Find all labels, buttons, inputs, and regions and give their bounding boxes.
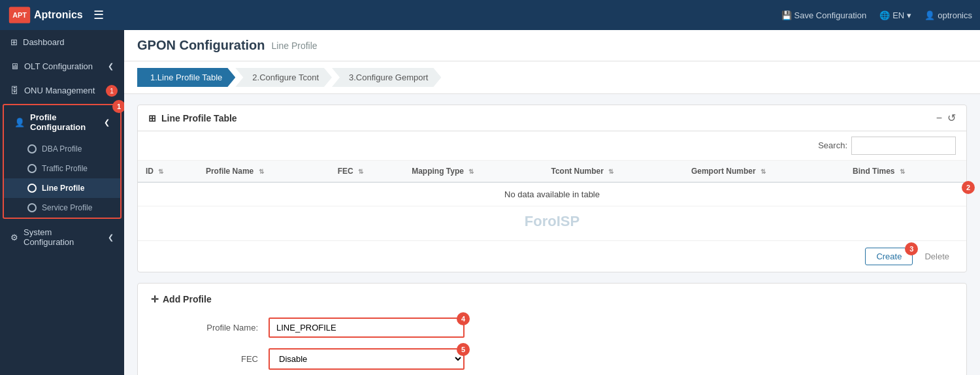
steps-bar: 1.Line Profile Table 2.Configure Tcont 3… (124, 61, 980, 94)
col-tcont-number: Tcont Number ⇅ (543, 161, 683, 182)
col-id: ID ⇅ (138, 161, 198, 182)
search-label: Search: (818, 137, 847, 155)
sidebar-item-system-config[interactable]: ⚙ System Configuration ❮ (0, 220, 124, 254)
circle-icon (27, 203, 37, 212)
circle-icon (27, 184, 37, 193)
table-header: ⊞ Line Profile Table − ↺ (138, 105, 966, 131)
server-icon: 🗄 (10, 86, 19, 95)
navbar-actions: 💾 Save Configuration 🌐 EN ▾ 👤 optronics (781, 10, 972, 20)
settings-icon: ⚙ (10, 233, 18, 242)
minimize-button[interactable]: − (936, 112, 942, 124)
table-row-no-data: No data available in table (138, 182, 966, 206)
circle-icon (27, 144, 37, 154)
language-selector[interactable]: 🌐 EN ▾ (879, 10, 911, 20)
navbar: APT Aptronics ☰ 💾 Save Configuration 🌐 E… (0, 0, 980, 30)
chevron-down-icon: ▾ (907, 10, 911, 20)
sidebar-item-line-profile[interactable]: Line Profile 2 (4, 178, 120, 198)
sidebar-item-dba-profile[interactable]: DBA Profile (4, 139, 120, 159)
table-icon: ⊞ (148, 113, 156, 123)
table-controls: − ↺ (936, 112, 956, 124)
user-icon: 👤 (924, 10, 935, 20)
refresh-button[interactable]: ↺ (947, 112, 956, 124)
profile-name-input[interactable] (269, 318, 465, 338)
step-badge-5: 5 (457, 343, 470, 356)
search-input[interactable] (851, 137, 956, 155)
page-title: GPON Configuration (137, 38, 265, 53)
globe-icon: 🌐 (879, 10, 890, 20)
profile-name-label: Profile Name: (151, 323, 269, 333)
sidebar-item-service-profile[interactable]: Service Profile (4, 198, 120, 218)
form-row-profile-name: Profile Name: 4 (151, 318, 953, 338)
hamburger-icon[interactable]: ☰ (93, 8, 104, 22)
table-footer: Create 3 Delete (138, 240, 966, 272)
save-config-button[interactable]: 💾 Save Configuration (781, 10, 867, 20)
chevron-icon: ❮ (108, 233, 114, 242)
save-icon: 💾 (781, 10, 792, 20)
sidebar-item-dashboard[interactable]: ⊞ Dashboard (0, 30, 124, 54)
main-content: GPON Configuration Line Profile 1.Line P… (124, 30, 980, 375)
step-badge-3: 3 (905, 242, 918, 255)
table-section: ⊞ Line Profile Table − ↺ Search: (137, 105, 967, 272)
dashboard-icon: ⊞ (10, 37, 18, 47)
sidebar-item-onu-management[interactable]: 🗄 ONU Management 1 (0, 78, 124, 103)
add-profile-section: ✛ Add Profile Profile Name: 4 FEC (137, 283, 967, 375)
monitor-icon: 🖥 (10, 61, 19, 71)
col-bind-times: Bind Times ⇅ (845, 161, 966, 182)
step-badge-1: 1 (112, 100, 124, 113)
profile-config-section: 👤 Profile Configuration ❮ 1 DBA Profile … (3, 104, 122, 219)
add-icon: ✛ (151, 294, 159, 304)
sidebar-item-traffic-profile[interactable]: Traffic Profile (4, 159, 120, 178)
breadcrumb: Line Profile (272, 41, 318, 51)
delete-button[interactable]: Delete (918, 248, 956, 265)
onu-badge: 1 (106, 85, 118, 97)
user-menu[interactable]: 👤 optronics (924, 10, 972, 20)
fec-select[interactable]: Disable Enable (269, 348, 465, 370)
step-2[interactable]: 2.Configure Tcont (235, 68, 332, 87)
step-3[interactable]: 3.Configure Gemport (332, 68, 441, 87)
sidebar: ⊞ Dashboard 🖥 OLT Configuration ❮ 🗄 ONU … (0, 30, 124, 375)
svg-text:APT: APT (12, 12, 27, 20)
circle-icon (27, 164, 37, 173)
page-header: GPON Configuration Line Profile (124, 30, 980, 61)
watermark: ForoISP (138, 206, 966, 240)
step-1[interactable]: 1.Line Profile Table (137, 68, 235, 87)
chevron-icon: ❮ (108, 62, 114, 71)
table-title: ⊞ Line Profile Table (148, 113, 237, 123)
form-row-fec: FEC Disable Enable 5 (151, 348, 953, 370)
data-table: ID ⇅ Profile Name ⇅ FEC ⇅ Mapping Type ⇅… (138, 161, 966, 206)
content-area: ⊞ Line Profile Table − ↺ Search: (124, 94, 980, 375)
col-fec: FEC ⇅ (330, 161, 404, 182)
fec-label: FEC (151, 354, 269, 364)
add-profile-title: ✛ Add Profile (151, 294, 953, 304)
logo-text: Aptronics (34, 9, 83, 21)
col-gemport-number: Gemport Number ⇅ (683, 161, 845, 182)
sidebar-item-olt-config[interactable]: 🖥 OLT Configuration ❮ (0, 54, 124, 78)
chevron-left-icon: ❮ (104, 118, 110, 127)
step-badge-4: 4 (457, 312, 470, 325)
profile-icon: 👤 (14, 118, 25, 127)
sidebar-item-profile-config[interactable]: 👤 Profile Configuration ❮ 1 (4, 105, 120, 139)
col-profile-name: Profile Name ⇅ (198, 161, 330, 182)
col-mapping-type: Mapping Type ⇅ (404, 161, 543, 182)
logo: APT Aptronics (8, 3, 83, 27)
